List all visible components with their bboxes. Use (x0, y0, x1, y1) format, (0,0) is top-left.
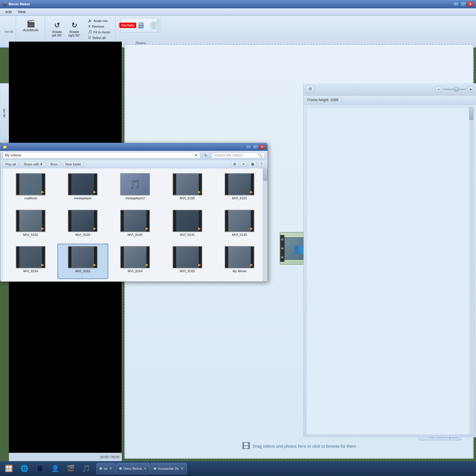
share-with-button[interactable]: Share with ▼ (21, 162, 46, 167)
burn-label: Burn (51, 162, 57, 166)
taskbar-tab-kusnandar[interactable]: Kusnandar Ds ✕ (151, 463, 187, 474)
taskbar-tab-oo[interactable]: oo ✕ (96, 463, 115, 474)
film-strip-overlay (16, 247, 45, 268)
file-name: MVI_9154 (23, 269, 38, 273)
user-icon: 👤 (51, 465, 59, 472)
tab-close-herry[interactable]: ✕ (144, 466, 147, 471)
automovie-button[interactable]: 🎬 AutoMovie (21, 18, 41, 33)
search-placeholder: Search My Videos (214, 153, 257, 157)
share-with-arrow: ▼ (40, 162, 43, 166)
play-all-button[interactable]: Play all (3, 162, 18, 167)
editing-buttons: ↺ Rotateleft 90° ↻ Rotateright 90° 🔊 Aud… (50, 18, 112, 40)
burn-button[interactable]: Burn (48, 162, 60, 167)
maximize-button[interactable]: □ (460, 1, 466, 7)
nav-refresh-button[interactable]: ↻ (202, 152, 210, 159)
zoom-out-button[interactable]: − (436, 86, 441, 92)
file-item[interactable]: ▶My Movie (214, 244, 265, 279)
zoom-in-button[interactable]: + (468, 86, 474, 92)
new-folder-button[interactable]: New folder (63, 162, 84, 167)
app-title: Movie Maker (9, 2, 30, 6)
monitor-button[interactable]: 🖥 (135, 20, 146, 31)
file-item[interactable]: ▶MVI_9164 (109, 244, 161, 279)
rotate-left-button[interactable]: ↺ Rotateleft 90° (50, 20, 65, 38)
fit-music-icon: 🎵 (88, 30, 92, 34)
film-strip-overlay (173, 247, 202, 268)
file-item[interactable]: ▶MVI_9165 (162, 244, 213, 279)
menu-item-view[interactable]: View (15, 9, 29, 15)
menu-item-effects[interactable]: ects (2, 9, 15, 15)
tab-label-herry: Herry Bertus (123, 467, 142, 470)
file-thumb-MVI_9101: ▶ (225, 173, 254, 195)
taskbar-app-browser[interactable]: 🌐 (17, 462, 32, 475)
sharing-scrollbar (156, 19, 160, 32)
minimize-button[interactable]: — (453, 1, 459, 7)
taskbar-tab-herry[interactable]: Herry Bertus ✕ (116, 463, 150, 474)
file-item[interactable]: 🎵mediaplayer2 (109, 171, 161, 206)
title-bar: 🎬 Movie Maker — □ ✕ (0, 0, 476, 8)
preview-controls: 00:00 / 00:00 (9, 453, 122, 461)
frame-info: Frame height: 1088 (304, 95, 476, 105)
film-strip-overlay (68, 174, 97, 195)
start-icon: 🪟 (5, 465, 13, 472)
file-item[interactable]: ▶MVI_9100 (162, 171, 213, 206)
fit-to-music-button[interactable]: 🎵 Fit to music (86, 29, 112, 35)
file-thumb-MVI_9102: ▶ (16, 210, 46, 232)
explorer-close-button[interactable]: ✕ (259, 145, 265, 149)
tab-close-kusnandar[interactable]: ✕ (181, 466, 184, 471)
taskbar-app-media[interactable]: 🎬 (63, 462, 78, 475)
explorer-content: ▶mallfood▶mediaplayer🎵mediaplayer2▶MVI_9… (0, 168, 267, 281)
view-list-button[interactable]: ≡ (240, 161, 247, 167)
rotate-right-button[interactable]: ↻ Rotateright 90° (66, 20, 83, 38)
file-thumb-MVI_9104: ▶ (68, 210, 98, 232)
taskbar-app-music[interactable]: 🎵 (79, 462, 93, 475)
view-details-button[interactable]: ▦ (248, 161, 257, 167)
nav-path[interactable]: My Videos ▼ (3, 152, 200, 159)
search-icon: 🔍 (258, 153, 262, 157)
explorer-scrollbar[interactable] (263, 168, 267, 281)
zoom-control: − + (436, 86, 474, 92)
tab-label-kusnandar: Kusnandar Ds (158, 467, 179, 470)
view-icons-button[interactable]: ⊞ (231, 161, 239, 167)
audio-mix-button[interactable]: 🔊 Audio mix (86, 18, 112, 23)
timeline-scrollbar[interactable] (469, 107, 473, 435)
file-item[interactable]: ▶MVI_9163 (57, 244, 109, 279)
play-badge-icon: ▶ (41, 263, 44, 267)
film-strip-overlay (16, 174, 45, 195)
play-badge-icon: ▶ (93, 190, 96, 194)
zoom-slider[interactable] (443, 89, 466, 90)
file-item[interactable]: ▶MVI_9145 (214, 207, 265, 243)
play-badge-icon: ▶ (250, 263, 253, 267)
taskbar-app-computer[interactable]: 🖥 (32, 462, 47, 475)
youtube-button[interactable]: YouTube (122, 20, 133, 31)
file-name: MVI_9164 (128, 269, 143, 273)
explorer-minimize-button[interactable]: — (245, 145, 251, 149)
file-item[interactable]: ▶MVI_9140 (109, 207, 161, 243)
view-controls: ⊞ ≡ ▦ ? (231, 161, 265, 167)
file-name: mediaplayer2 (125, 196, 145, 200)
file-item[interactable]: ▶MVI_9102 (5, 207, 56, 243)
nav-path-text: My Videos (5, 153, 21, 157)
select-all-button[interactable]: ☑ Select all (86, 35, 112, 40)
remove-button[interactable]: ✕ Remove (86, 24, 112, 29)
file-thumb-MVI_9100: ▶ (173, 173, 202, 195)
close-button[interactable]: ✕ (467, 1, 474, 7)
play-badge-icon: ▶ (146, 226, 148, 231)
timeline-icon: ⏱ (309, 87, 312, 91)
explorer-scrollbar-thumb (263, 169, 267, 181)
file-item[interactable]: ▶MVI_9141 (162, 207, 213, 243)
timeline-icon-button[interactable]: ⏱ (306, 86, 314, 93)
explorer-maximize-button[interactable]: □ (252, 145, 258, 149)
search-box[interactable]: Search My Videos 🔍 (212, 152, 265, 158)
tab-close-oo[interactable]: ✕ (109, 466, 112, 471)
taskbar-start-button[interactable]: 🪟 (1, 462, 16, 475)
file-thumb-MVI_9141: ▶ (173, 210, 202, 232)
film-strip-overlay (68, 247, 97, 268)
file-item[interactable]: ▶mallfood (5, 171, 56, 206)
help-button[interactable]: ? (258, 161, 265, 167)
file-item[interactable]: ▶MVI_9104 (57, 207, 109, 243)
file-item[interactable]: ▶MVI_9154 (5, 244, 56, 279)
file-item[interactable]: ▶MVI_9101 (214, 171, 265, 206)
film-strip-left (280, 235, 284, 262)
file-item[interactable]: ▶mediaplayer (57, 171, 109, 206)
taskbar-app-user[interactable]: 👤 (48, 462, 62, 475)
